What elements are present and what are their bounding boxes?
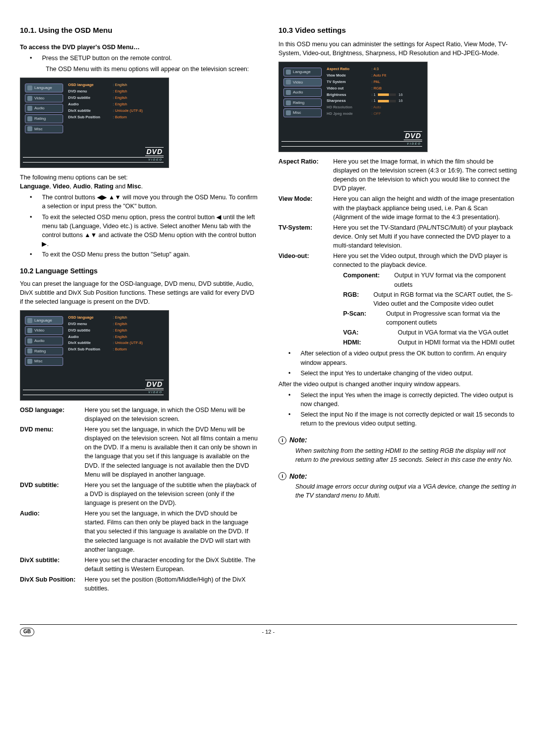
osd-screenshot-language: LanguageVideoAudioRatingMiscOSD language… [20, 78, 169, 168]
sublist-row: P-Scan:Output in Progressive scan format… [343, 309, 517, 327]
osd-tab: Rating [283, 98, 322, 107]
option-list: Language, Video, Audio, Rating and Misc. [20, 182, 259, 191]
sublist-row: HDMI:Output in HDMI format via the HDMI … [343, 338, 517, 347]
definition-row: DivX subtitle:Here you set the character… [20, 556, 259, 574]
definition-row: DivX Sub Position:Here you set the posit… [20, 575, 259, 593]
bullet-confirm-ok: After selection of a video output press … [278, 349, 517, 367]
osd-tab: Rating [25, 347, 63, 356]
definition-row: OSD language:Here you set the language, … [20, 406, 259, 423]
osd-screenshot-video: LanguageVideoAudioRatingMiscAspect Ratio… [278, 62, 428, 152]
osd-row: Brightness1 16 [327, 92, 422, 98]
note-2-heading: i Note: [278, 471, 517, 481]
definition-row: View Mode:Here you can align the height … [278, 194, 517, 221]
page-footer: GB - 12 - [20, 624, 517, 636]
osd-row: Sharpness1 16 [327, 98, 422, 104]
definition-row: TV-System:Here you set the TV-Standard (… [278, 223, 517, 250]
osd-row: AudioEnglish [68, 334, 164, 340]
osd-tab: Audio [25, 104, 63, 113]
osd-row: DVD subtitleEnglish [68, 95, 164, 101]
osd-row: HD Jpeg modeOFF [327, 111, 422, 117]
video-out-sublist: Component:Output in YUV format via the c… [343, 271, 517, 347]
info-icon: i [278, 472, 286, 480]
page-number: - 12 - [262, 628, 275, 636]
osd-row: TV SystemPAL [327, 79, 422, 85]
osd-tab: Language [25, 316, 63, 325]
language-definitions: OSD language:Here you set the language, … [20, 406, 259, 593]
bullet-select-yes: Select the input Yes when the image is c… [278, 391, 517, 409]
sublist-row: Component:Output in YUV format via the c… [343, 271, 517, 289]
note-1-heading: i Note: [278, 435, 517, 445]
osd-row: OSD languageEnglish [68, 82, 164, 88]
intro-10-3: In this OSD menu you can administer the … [278, 40, 517, 58]
bullet-press-setup: Press the SETUP button on the remote con… [20, 54, 259, 63]
bullet-exit-option: To exit the selected OSD menu option, pr… [20, 213, 259, 249]
osd-row: AudioEnglish [68, 101, 164, 108]
osd-tab: Language [283, 68, 322, 77]
osd-row: DivX Sub PositionBottom [68, 346, 164, 353]
info-icon: i [278, 436, 286, 444]
heading-10-2: 10.2 Language Settings [20, 266, 259, 276]
osd-row: OSD languageEnglish [68, 315, 164, 321]
bullet-controls: The control buttons ◀▶ ▲▼ will move you … [20, 193, 259, 211]
bullet-exit-menu: To exit the OSD Menu press the button "S… [20, 250, 259, 259]
osd-row: HD ResolutionAuto [327, 104, 422, 111]
osd-row: DivX Sub PositionBottom [68, 114, 164, 121]
osd-row: DVD subtitleEnglish [68, 328, 164, 334]
osd-tab: Rating [25, 114, 63, 123]
osd-tab: Misc [283, 108, 322, 117]
osd-tab: Video [283, 78, 322, 87]
sublist-row: RGB:Output in RGB format via the SCART o… [343, 290, 517, 308]
osd-screenshot-language-2: LanguageVideoAudioRatingMiscOSD language… [20, 310, 169, 401]
osd-row: DivX subtitleUnicode (UTF-8) [68, 340, 164, 346]
definition-row: Audio:Here you set the language, in whic… [20, 509, 259, 554]
after-change-line: After the video output is changed anothe… [278, 380, 517, 389]
right-column: 10.3 Video settings In this OSD menu you… [278, 25, 517, 594]
osd-tab: Video [25, 326, 63, 335]
osd-row: DivX subtitleUnicode (UTF-8) [68, 108, 164, 114]
heading-10-1: 10.1. Using the OSD Menu [20, 25, 259, 36]
following-options: The following menu options can be set: [20, 173, 259, 182]
osd-tab: Video [25, 94, 63, 103]
left-column: 10.1. Using the OSD Menu To access the D… [20, 25, 259, 594]
osd-row: Video outRGB [327, 85, 422, 92]
access-heading: To access the DVD player's OSD Menu… [20, 43, 259, 52]
osd-row: DVD menuEnglish [68, 321, 164, 328]
press-setup-continuation: The OSD Menu with its menu options will … [20, 65, 259, 74]
video-definitions: Aspect Ratio:Here you set the Image form… [278, 157, 517, 270]
osd-tab: Audio [283, 88, 322, 97]
osd-row: Aspect Ratio4:3 [327, 66, 422, 73]
definition-row: DVD subtitle:Here you set the language o… [20, 481, 259, 507]
note-2-body: Should image errors occur during output … [278, 482, 517, 500]
note-1-body: When switching from the setting HDMI to … [278, 446, 517, 464]
heading-10-3: 10.3 Video settings [278, 25, 517, 36]
osd-tab: Misc [25, 125, 63, 134]
definition-row: Video-out:Here you set the Video output,… [278, 252, 517, 269]
p-10-2: You can preset the language for the OSD-… [20, 279, 259, 306]
osd-row: DVD menuEnglish [68, 88, 164, 95]
gb-badge: GB [20, 628, 34, 636]
bullet-select-yes-change: Select the input Yes to undertake changi… [278, 369, 517, 378]
definition-row: DVD menu:Here you set the language, in w… [20, 425, 259, 479]
osd-tab: Misc [25, 357, 63, 366]
osd-row: View ModeAuto Fit [327, 73, 422, 79]
bullet-select-no: Select the input No if the image is not … [278, 410, 517, 428]
definition-row: Aspect Ratio:Here you set the Image form… [278, 157, 517, 193]
sublist-row: VGA:Output in VGA format via the VGA out… [343, 328, 517, 337]
osd-tab: Language [25, 84, 63, 92]
osd-tab: Audio [25, 336, 63, 345]
